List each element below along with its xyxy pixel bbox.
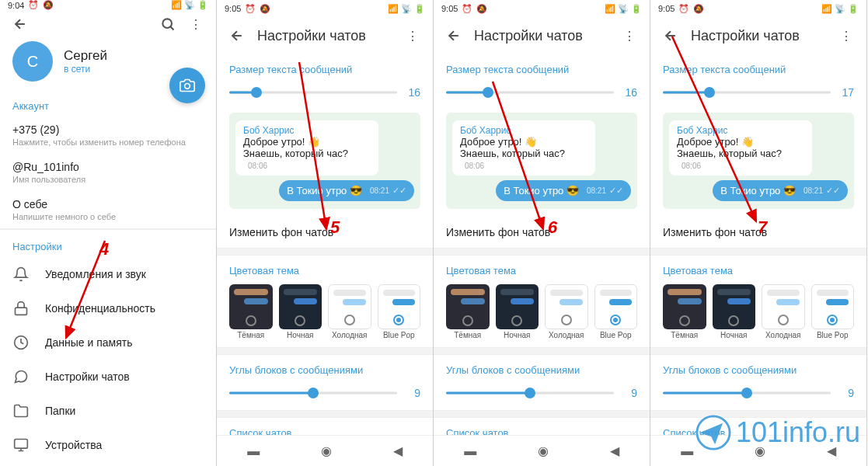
theme-bluepop[interactable]: Blue Pop <box>811 284 855 339</box>
text-size-value: 17 <box>838 86 854 99</box>
divider <box>650 248 866 256</box>
page-title: Настройки чатов <box>691 28 832 44</box>
status-bar: 9:05 ⏰ 🔕 📶📡🔋 <box>650 0 866 17</box>
menu-devices[interactable]: Устройства <box>0 428 216 462</box>
divider <box>217 347 433 355</box>
more-button[interactable]: ⋮ <box>832 22 860 50</box>
theme-cold[interactable]: Холодная <box>762 284 805 339</box>
watermark: 101info.ru <box>695 415 860 450</box>
theme-night[interactable]: Ночная <box>713 284 756 339</box>
status-time: 9:05 <box>658 4 675 13</box>
menu-data[interactable]: Данные и память <box>0 325 216 360</box>
message-outgoing: В Токио утро 😎08:21✓✓ <box>496 180 631 201</box>
theme-night[interactable]: Ночная <box>279 284 322 339</box>
mute-icon: 🔕 <box>476 4 487 14</box>
bell-icon <box>12 266 30 283</box>
theme-dark[interactable]: Тёмная <box>663 284 706 339</box>
nav-back[interactable]: ◀ <box>610 443 619 458</box>
about-row[interactable]: О себе Напишите немного о себе <box>0 191 216 228</box>
search-button[interactable] <box>154 10 182 38</box>
phone-row[interactable]: +375 (29) Нажмите, чтобы изменить номер … <box>0 116 216 154</box>
corners-slider[interactable]: 9 <box>217 381 433 410</box>
svg-rect-2 <box>16 308 27 315</box>
nav-home[interactable]: ◉ <box>321 443 332 458</box>
menu-folders[interactable]: Папки <box>0 394 216 428</box>
nav-home[interactable]: ◉ <box>538 443 549 458</box>
folder-icon <box>12 402 30 419</box>
nav-recent[interactable]: ▬ <box>464 444 476 458</box>
camera-fab[interactable] <box>169 68 205 103</box>
more-button[interactable]: ⋮ <box>399 22 427 50</box>
color-theme-label: Цветовая тема <box>217 256 433 281</box>
status-time: 9:05 <box>225 4 241 13</box>
menu-language[interactable]: Язык <box>0 462 216 466</box>
username-row[interactable]: @Ru_101info Имя пользователя <box>0 154 216 191</box>
text-size-label: Размер текста сообщений <box>650 54 866 80</box>
battery-icon: 🔋 <box>197 0 208 10</box>
annotation-7: 7 <box>758 217 767 238</box>
wifi-icon: 📡 <box>401 4 412 14</box>
menu-chat-settings[interactable]: Настройки чатов <box>0 360 216 394</box>
corners-label: Углы блоков с сообщениями <box>217 355 433 381</box>
change-background-row[interactable]: Изменить фон чатов <box>217 217 433 248</box>
theme-bluepop[interactable]: Blue Pop <box>378 284 421 339</box>
text-size-label: Размер текста сообщений <box>434 54 650 80</box>
text-size-value: 16 <box>622 86 637 99</box>
screen-profile: 9:04 ⏰ 🔕 📶📡🔋 ⋮ С Сергей в сети Аккаунт +… <box>0 0 217 466</box>
more-button[interactable]: ⋮ <box>182 10 210 38</box>
message-incoming: Боб Харрис Доброе утро! 👋 Знаешь, которы… <box>669 120 812 176</box>
wifi-icon: 📡 <box>184 0 195 10</box>
read-checks-icon: ✓✓ <box>609 186 623 196</box>
theme-cold[interactable]: Холодная <box>545 284 588 339</box>
text-size-slider[interactable]: 17 <box>650 80 866 110</box>
mute-icon: 🔕 <box>43 0 54 10</box>
theme-cold[interactable]: Холодная <box>328 284 371 339</box>
text-size-slider[interactable]: 16 <box>434 80 650 110</box>
more-button[interactable]: ⋮ <box>615 22 643 50</box>
chat-list-label: Список чатов <box>217 418 433 435</box>
color-theme-label: Цветовая тема <box>650 256 866 281</box>
change-background-row[interactable]: Изменить фон чатов <box>434 217 650 248</box>
corners-slider[interactable]: 9 <box>434 381 650 410</box>
message-outgoing: В Токио утро 😎08:21✓✓ <box>713 180 848 201</box>
theme-dark[interactable]: Тёмная <box>229 284 273 339</box>
back-button[interactable] <box>223 22 251 50</box>
theme-night[interactable]: Ночная <box>496 284 539 339</box>
battery-icon: 🔋 <box>414 4 425 14</box>
chat-preview: Боб Харрис Доброе утро! 👋 Знаешь, которы… <box>446 113 637 209</box>
back-button[interactable] <box>657 22 685 50</box>
corners-value: 9 <box>838 387 854 399</box>
divider <box>217 410 433 418</box>
theme-dark[interactable]: Тёмная <box>446 284 490 339</box>
chat-preview: Боб Харрис Доброе утро! 👋 Знаешь, которы… <box>229 113 420 209</box>
corners-value: 9 <box>622 387 637 399</box>
corners-value: 9 <box>405 387 420 399</box>
theme-picker: Тёмная Ночная Холодная Blue Pop <box>434 281 650 347</box>
back-button[interactable] <box>6 10 34 38</box>
message-outgoing: В Токио утро 😎08:21✓✓ <box>279 180 414 201</box>
devices-icon <box>12 436 30 454</box>
chat-icon <box>12 368 30 385</box>
theme-bluepop[interactable]: Blue Pop <box>594 284 638 339</box>
divider <box>434 410 650 418</box>
chat-list-label: Список чатов <box>434 418 650 435</box>
annotation-6: 6 <box>548 217 557 238</box>
divider <box>434 248 650 256</box>
alarm-icon: ⏰ <box>245 4 256 14</box>
nav-back[interactable]: ◀ <box>393 443 403 458</box>
screen-chat-settings-5: 9:05 ⏰ 🔕 📶📡🔋 Настройки чатов ⋮ Размер те… <box>217 0 434 466</box>
back-button[interactable] <box>440 22 468 50</box>
menu-notifications[interactable]: Уведомления и звук <box>0 257 216 291</box>
lock-icon <box>12 300 30 317</box>
top-bar: Настройки чатов ⋮ <box>434 17 650 54</box>
corners-slider[interactable]: 9 <box>650 381 866 410</box>
nav-recent[interactable]: ▬ <box>681 444 693 458</box>
menu-privacy[interactable]: Конфиденциальность <box>0 291 216 325</box>
message-incoming: Боб Харрис Доброе утро! 👋 Знаешь, которы… <box>235 120 378 176</box>
divider <box>650 347 866 355</box>
avatar[interactable]: С <box>12 41 53 82</box>
nav-recent[interactable]: ▬ <box>247 444 260 458</box>
text-size-slider[interactable]: 16 <box>217 80 433 110</box>
profile-status: в сети <box>64 64 107 75</box>
text-size-value: 16 <box>405 86 420 99</box>
